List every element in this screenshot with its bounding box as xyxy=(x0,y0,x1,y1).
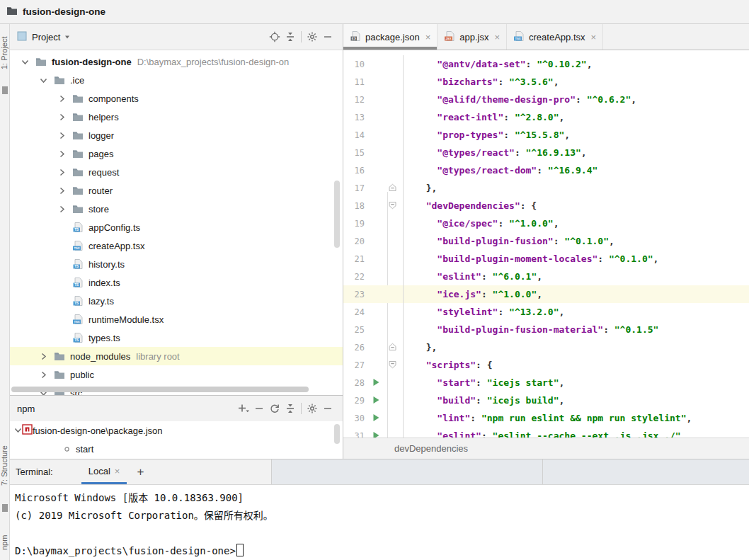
tree-item-runtimeModule.tsx[interactable]: TSXruntimeModule.tsx xyxy=(10,310,343,328)
fold-start-icon[interactable] xyxy=(388,201,397,212)
code-line-22[interactable]: 22 "eslint": "^6.0.1", xyxy=(343,268,749,285)
run-script-icon[interactable] xyxy=(372,431,380,438)
code-line-29[interactable]: 29 "build": "icejs build", xyxy=(343,392,749,409)
npm-vertical-scrollbar[interactable] xyxy=(334,424,340,444)
new-terminal-button[interactable]: + xyxy=(137,465,144,479)
terminal-tab-local[interactable]: Local × xyxy=(81,459,127,484)
code-line-24[interactable]: 24 "stylelint": "^13.2.0", xyxy=(343,303,749,321)
close-icon[interactable]: × xyxy=(494,32,500,42)
npm-add-icon[interactable] xyxy=(236,401,251,416)
toolbar-divider xyxy=(301,31,302,42)
chevron-spacer xyxy=(57,278,67,287)
chevron-down-icon[interactable] xyxy=(14,425,22,436)
code-text: "@types/react": "^16.9.13", xyxy=(403,144,749,161)
tree-item-request[interactable]: request xyxy=(10,163,343,181)
chevron-right-icon[interactable] xyxy=(57,130,67,140)
tree-item-components[interactable]: components xyxy=(10,89,343,108)
close-icon[interactable]: × xyxy=(115,466,120,476)
code-line-17[interactable]: 17 }, xyxy=(343,179,749,197)
run-script-icon[interactable] xyxy=(372,413,380,424)
stripe-tool-icon[interactable] xyxy=(2,86,8,94)
npm-script-start[interactable]: start xyxy=(10,440,343,458)
code-line-19[interactable]: 19 "@ice/spec": "^1.0.0", xyxy=(343,215,749,232)
chevron-right-icon[interactable] xyxy=(57,185,67,195)
code-line-14[interactable]: 14 "prop-types": "^15.5.8", xyxy=(343,126,749,144)
editor-tab-package.json[interactable]: {}package.json× xyxy=(343,24,438,50)
tree-item-router[interactable]: router xyxy=(10,181,343,200)
stripe-tool-icon-2[interactable] xyxy=(2,504,8,512)
npm-remove-icon[interactable] xyxy=(251,401,267,416)
tree-item-appConfig.ts[interactable]: TSappConfig.ts xyxy=(10,218,343,236)
fold-end-icon[interactable] xyxy=(388,343,397,353)
code-text: }, xyxy=(403,338,749,356)
code-line-28[interactable]: 28 "start": "icejs start", xyxy=(343,374,749,392)
code-line-27[interactable]: 27 "scripts": { xyxy=(343,356,749,374)
project-settings-icon[interactable] xyxy=(304,29,320,45)
npm-package-json-node[interactable]: fusion-design-one\package.json xyxy=(10,421,343,440)
tree-item-index.ts[interactable]: TSindex.ts xyxy=(10,273,343,292)
project-vertical-scrollbar[interactable] xyxy=(334,181,340,248)
json-file-icon: {} xyxy=(350,30,361,44)
code-line-21[interactable]: 21 "build-plugin-moment-locales": "^0.1.… xyxy=(343,250,749,268)
code-line-18[interactable]: 18 "devDependencies": { xyxy=(343,197,749,215)
chevron-right-icon[interactable] xyxy=(57,204,67,214)
code-line-26[interactable]: 26 }, xyxy=(343,338,749,356)
chevron-right-icon[interactable] xyxy=(57,112,67,122)
tree-item-node_modules[interactable]: node_moduleslibrary root xyxy=(10,347,343,365)
code-line-31[interactable]: 31 "eslint": "eslint --cache --ext .js,.… xyxy=(343,427,749,438)
project-hide-icon[interactable] xyxy=(320,29,336,45)
npm-collapse-all-icon[interactable] xyxy=(282,401,298,416)
tree-item-logger[interactable]: logger xyxy=(10,126,343,144)
chevron-down-icon[interactable] xyxy=(20,57,30,67)
chevron-right-icon[interactable] xyxy=(38,351,48,361)
npm-hide-icon[interactable] xyxy=(320,401,336,416)
code-editor[interactable]: 10 "@antv/data-set": "^0.10.2",11 "bizch… xyxy=(343,50,749,438)
tree-item-createApp.tsx[interactable]: TSXcreateApp.tsx xyxy=(10,236,343,255)
tree-item-helpers[interactable]: helpers xyxy=(10,108,343,126)
tree-item-types.ts[interactable]: TStypes.ts xyxy=(10,328,343,347)
code-line-15[interactable]: 15 "@types/react": "^16.9.13", xyxy=(343,144,749,161)
run-script-icon[interactable] xyxy=(372,396,380,406)
code-line-16[interactable]: 16 "@types/react-dom": "^16.9.4" xyxy=(343,161,749,179)
breadcrumb-item[interactable]: devDependencies xyxy=(394,443,468,454)
tree-item-pages[interactable]: pages xyxy=(10,144,343,163)
chevron-down-icon[interactable] xyxy=(38,75,48,85)
chevron-right-icon[interactable] xyxy=(57,149,67,159)
tree-item-.ice[interactable]: .ice xyxy=(10,71,343,89)
stripe-project-label[interactable]: 1: Project xyxy=(0,28,10,78)
stripe-npm-label[interactable]: npm xyxy=(0,525,10,559)
chevron-right-icon[interactable] xyxy=(57,167,67,177)
editor-tab-app.jsx[interactable]: JSXapp.jsx× xyxy=(438,24,507,50)
code-line-25[interactable]: 25 "build-plugin-fusion-material": "^0.1… xyxy=(343,321,749,338)
code-line-11[interactable]: 11 "bizcharts": "^3.5.6", xyxy=(343,73,749,91)
code-line-23[interactable]: 23 "ice.js": "^1.0.0", xyxy=(343,285,749,303)
tree-item-history.ts[interactable]: TShistory.ts xyxy=(10,255,343,273)
code-line-10[interactable]: 10 "@antv/data-set": "^0.10.2", xyxy=(343,55,749,73)
chevron-down-icon[interactable] xyxy=(64,32,71,42)
tree-item-public[interactable]: public xyxy=(10,365,343,384)
close-icon[interactable]: × xyxy=(425,32,431,42)
stripe-structure-label[interactable]: 7: Structure xyxy=(0,433,10,498)
code-line-30[interactable]: 30 "lint": "npm run eslint && npm run st… xyxy=(343,409,749,427)
npm-refresh-icon[interactable] xyxy=(267,401,282,416)
tree-item-store[interactable]: store xyxy=(10,200,343,218)
gutter xyxy=(370,374,403,392)
project-locate-icon[interactable] xyxy=(267,29,282,45)
tree-item-fusion-design-one[interactable]: fusion-design-oneD:\baymax_projects\fusi… xyxy=(10,52,343,71)
fold-end-icon[interactable] xyxy=(388,183,397,194)
terminal-output[interactable]: Microsoft Windows [版本 10.0.18363.900](c)… xyxy=(10,485,749,560)
chevron-right-icon[interactable] xyxy=(57,93,67,103)
code-line-12[interactable]: 12 "@alifd/theme-design-pro": "^0.6.2", xyxy=(343,91,749,108)
project-collapse-all-icon[interactable] xyxy=(282,29,298,45)
close-icon[interactable]: × xyxy=(591,32,597,42)
chevron-right-icon[interactable] xyxy=(38,370,48,379)
run-script-icon[interactable] xyxy=(372,378,380,389)
project-header-title[interactable]: Project xyxy=(32,32,60,42)
code-line-20[interactable]: 20 "build-plugin-fusion": "^0.1.0", xyxy=(343,232,749,250)
editor-tab-createApp.tsx[interactable]: TSXcreateApp.tsx× xyxy=(507,24,603,50)
tree-item-lazy.ts[interactable]: TSlazy.ts xyxy=(10,292,343,310)
npm-settings-icon[interactable] xyxy=(304,401,320,416)
project-horizontal-scrollbar[interactable] xyxy=(11,387,309,392)
fold-start-icon[interactable] xyxy=(388,360,397,371)
code-line-13[interactable]: 13 "react-intl": "^2.8.0", xyxy=(343,108,749,126)
